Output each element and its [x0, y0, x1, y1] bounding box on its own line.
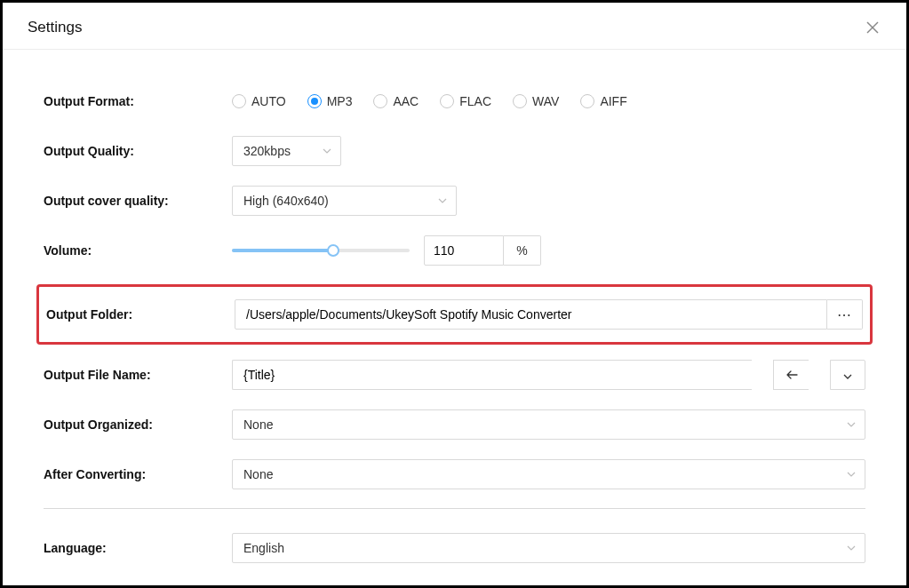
chevron-down-icon — [323, 148, 331, 154]
row-after-converting: After Converting: None — [44, 458, 865, 490]
ellipsis-icon: ⋯ — [837, 306, 852, 323]
output-organized-select[interactable]: None — [232, 409, 865, 440]
filename-dropdown-button[interactable] — [830, 360, 865, 390]
arrow-left-icon — [785, 367, 798, 383]
radio-label: FLAC — [459, 94, 491, 108]
label-language: Language: — [44, 541, 232, 555]
format-radio-aiff[interactable]: AIFF — [580, 94, 626, 108]
chevron-down-icon — [438, 198, 447, 203]
chevron-down-icon — [847, 422, 856, 427]
chevron-down-icon — [843, 367, 852, 383]
radio-circle-icon — [513, 94, 527, 108]
chevron-down-icon — [847, 545, 856, 551]
output-quality-value: 320kbps — [243, 144, 291, 158]
radio-circle-icon — [307, 94, 322, 108]
label-output-folder: Output Folder: — [46, 307, 235, 322]
language-value: English — [243, 541, 284, 555]
radio-label: AAC — [393, 94, 419, 108]
volume-slider[interactable] — [232, 243, 410, 258]
dialog-header: Settings — [3, 3, 906, 50]
radio-circle-icon — [232, 94, 246, 108]
label-output-file-name: Output File Name: — [44, 368, 232, 382]
row-output-organized: Output Organized: None — [44, 409, 865, 441]
output-organized-value: None — [243, 417, 273, 432]
volume-input[interactable] — [424, 235, 504, 266]
radio-circle-icon — [580, 94, 594, 108]
volume-unit: % — [504, 235, 541, 266]
radio-circle-icon — [373, 94, 387, 108]
row-output-folder-highlighted: Output Folder: ⋯ — [36, 284, 873, 345]
after-converting-select[interactable]: None — [232, 459, 865, 489]
output-file-name-input[interactable] — [232, 360, 752, 390]
output-folder-input[interactable] — [235, 299, 827, 330]
label-output-format: Output Format: — [44, 94, 232, 108]
settings-form: Output Format: AUTOMP3AACFLACWAVAIFF Out… — [3, 50, 906, 588]
slider-thumb[interactable] — [327, 244, 339, 257]
dialog-title: Settings — [28, 19, 82, 36]
slider-fill — [232, 249, 333, 252]
filename-back-button[interactable] — [773, 360, 809, 390]
after-converting-value: None — [243, 467, 273, 481]
label-output-organized: Output Organized: — [44, 417, 232, 432]
divider — [44, 508, 865, 509]
label-after-converting: After Converting: — [44, 467, 232, 481]
format-radio-wav[interactable]: WAV — [513, 94, 559, 108]
output-cover-quality-select[interactable]: High (640x640) — [232, 186, 457, 216]
radio-label: AUTO — [251, 94, 286, 108]
row-volume: Volume: % — [44, 234, 865, 266]
browse-folder-button[interactable]: ⋯ — [827, 299, 863, 330]
language-select[interactable]: English — [232, 533, 865, 563]
radio-circle-icon — [440, 94, 454, 108]
format-radio-mp3[interactable]: MP3 — [307, 94, 353, 108]
format-radio-flac[interactable]: FLAC — [440, 94, 491, 108]
output-quality-select[interactable]: 320kbps — [232, 136, 341, 166]
output-format-radio-group: AUTOMP3AACFLACWAVAIFF — [232, 94, 627, 108]
chevron-down-icon — [847, 472, 856, 477]
row-output-cover-quality: Output cover quality: High (640x640) — [44, 185, 865, 217]
close-button[interactable] — [864, 19, 881, 36]
label-output-quality: Output Quality: — [44, 144, 232, 158]
row-output-quality: Output Quality: 320kbps — [44, 135, 865, 167]
output-cover-quality-value: High (640x640) — [243, 194, 329, 208]
label-volume: Volume: — [44, 243, 232, 258]
row-output-file-name: Output File Name: — [44, 359, 865, 391]
row-output-format: Output Format: AUTOMP3AACFLACWAVAIFF — [44, 85, 865, 117]
radio-label: MP3 — [327, 94, 353, 108]
row-language: Language: English — [44, 532, 865, 564]
radio-label: WAV — [532, 94, 559, 108]
label-output-cover-quality: Output cover quality: — [44, 194, 232, 208]
format-radio-auto[interactable]: AUTO — [232, 94, 286, 108]
format-radio-aac[interactable]: AAC — [373, 94, 419, 108]
radio-label: AIFF — [600, 94, 626, 108]
close-icon — [866, 21, 879, 34]
